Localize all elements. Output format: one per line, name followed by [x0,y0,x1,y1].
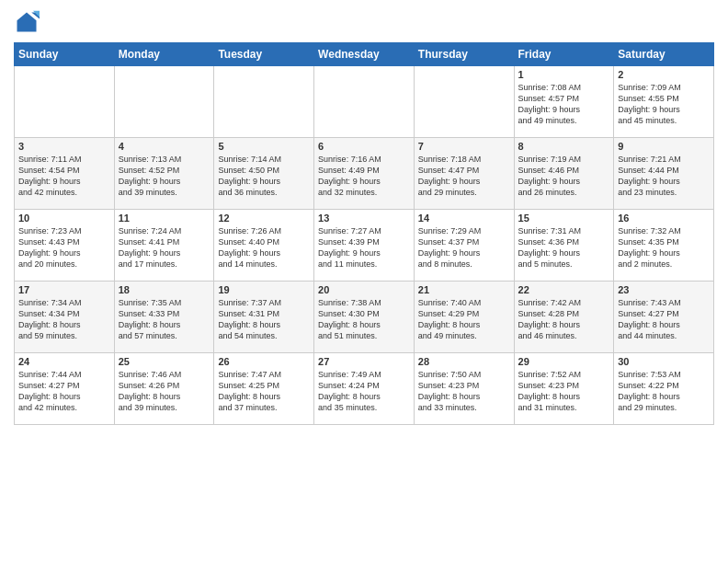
day-info: Sunrise: 7:49 AM Sunset: 4:24 PM Dayligh… [318,369,410,414]
day-number: 2 [618,69,710,80]
calendar-cell: 24Sunrise: 7:44 AM Sunset: 4:27 PM Dayli… [15,353,115,425]
day-number: 11 [119,213,210,224]
day-number: 27 [318,356,410,367]
day-number: 10 [18,213,110,224]
calendar-cell: 7Sunrise: 7:18 AM Sunset: 4:47 PM Daylig… [414,138,514,210]
calendar-cell: 18Sunrise: 7:35 AM Sunset: 4:33 PM Dayli… [114,282,214,353]
day-info: Sunrise: 7:29 AM Sunset: 4:37 PM Dayligh… [418,225,510,270]
calendar-cell: 20Sunrise: 7:38 AM Sunset: 4:30 PM Dayli… [314,282,415,353]
calendar-cell: 16Sunrise: 7:32 AM Sunset: 4:35 PM Dayli… [614,210,714,282]
day-info: Sunrise: 7:24 AM Sunset: 4:41 PM Dayligh… [119,225,210,270]
day-info: Sunrise: 7:50 AM Sunset: 4:23 PM Dayligh… [418,369,510,414]
calendar-cell: 6Sunrise: 7:16 AM Sunset: 4:49 PM Daylig… [314,138,415,210]
calendar-cell: 29Sunrise: 7:52 AM Sunset: 4:23 PM Dayli… [514,353,614,425]
calendar-cell: 17Sunrise: 7:34 AM Sunset: 4:34 PM Dayli… [15,282,115,353]
day-number: 21 [418,284,510,295]
day-number: 20 [318,284,410,295]
day-number: 6 [318,141,410,152]
calendar-cell: 11Sunrise: 7:24 AM Sunset: 4:41 PM Dayli… [114,210,214,282]
header [14,9,714,35]
day-info: Sunrise: 7:18 AM Sunset: 4:47 PM Dayligh… [418,154,510,199]
day-number: 3 [18,141,110,152]
day-number: 16 [618,213,710,224]
day-info: Sunrise: 7:32 AM Sunset: 4:35 PM Dayligh… [618,225,710,270]
day-number: 7 [418,141,510,152]
calendar-cell: 25Sunrise: 7:46 AM Sunset: 4:26 PM Dayli… [114,353,214,425]
day-number: 1 [518,69,610,80]
page: SundayMondayTuesdayWednesdayThursdayFrid… [0,0,728,563]
weekday-header-saturday: Saturday [614,43,714,66]
day-info: Sunrise: 7:31 AM Sunset: 4:36 PM Dayligh… [518,225,610,270]
day-number: 13 [318,213,410,224]
day-info: Sunrise: 7:11 AM Sunset: 4:54 PM Dayligh… [18,154,110,199]
day-number: 29 [518,356,610,367]
weekday-header-wednesday: Wednesday [314,43,415,66]
logo [14,9,43,35]
weekday-header-row: SundayMondayTuesdayWednesdayThursdayFrid… [15,43,714,66]
calendar: SundayMondayTuesdayWednesdayThursdayFrid… [14,42,714,425]
calendar-cell: 4Sunrise: 7:13 AM Sunset: 4:52 PM Daylig… [114,138,214,210]
day-number: 14 [418,213,510,224]
day-number: 4 [119,141,210,152]
day-number: 9 [618,141,710,152]
day-info: Sunrise: 7:46 AM Sunset: 4:26 PM Dayligh… [119,369,210,414]
calendar-cell: 14Sunrise: 7:29 AM Sunset: 4:37 PM Dayli… [414,210,514,282]
calendar-cell: 22Sunrise: 7:42 AM Sunset: 4:28 PM Dayli… [514,282,614,353]
day-info: Sunrise: 7:42 AM Sunset: 4:28 PM Dayligh… [518,297,610,342]
calendar-cell [414,66,514,138]
day-number: 8 [518,141,610,152]
calendar-cell [114,66,214,138]
day-info: Sunrise: 7:47 AM Sunset: 4:25 PM Dayligh… [218,369,310,414]
week-row-0: 1Sunrise: 7:08 AM Sunset: 4:57 PM Daylig… [15,66,714,138]
calendar-cell: 1Sunrise: 7:08 AM Sunset: 4:57 PM Daylig… [514,66,614,138]
svg-marker-0 [17,13,37,32]
week-row-2: 10Sunrise: 7:23 AM Sunset: 4:43 PM Dayli… [15,210,714,282]
day-number: 26 [218,356,310,367]
calendar-cell: 28Sunrise: 7:50 AM Sunset: 4:23 PM Dayli… [414,353,514,425]
day-number: 12 [218,213,310,224]
day-info: Sunrise: 7:14 AM Sunset: 4:50 PM Dayligh… [218,154,310,199]
day-info: Sunrise: 7:13 AM Sunset: 4:52 PM Dayligh… [119,154,210,199]
day-info: Sunrise: 7:21 AM Sunset: 4:44 PM Dayligh… [618,154,710,199]
calendar-cell: 26Sunrise: 7:47 AM Sunset: 4:25 PM Dayli… [214,353,314,425]
calendar-cell: 5Sunrise: 7:14 AM Sunset: 4:50 PM Daylig… [214,138,314,210]
day-number: 23 [618,284,710,295]
day-number: 18 [119,284,210,295]
weekday-header-thursday: Thursday [414,43,514,66]
day-number: 19 [218,284,310,295]
day-info: Sunrise: 7:43 AM Sunset: 4:27 PM Dayligh… [618,297,710,342]
calendar-cell: 13Sunrise: 7:27 AM Sunset: 4:39 PM Dayli… [314,210,415,282]
calendar-cell: 3Sunrise: 7:11 AM Sunset: 4:54 PM Daylig… [15,138,115,210]
day-info: Sunrise: 7:34 AM Sunset: 4:34 PM Dayligh… [18,297,110,342]
day-number: 22 [518,284,610,295]
calendar-cell: 23Sunrise: 7:43 AM Sunset: 4:27 PM Dayli… [614,282,714,353]
logo-icon [14,9,40,35]
calendar-cell: 30Sunrise: 7:53 AM Sunset: 4:22 PM Dayli… [614,353,714,425]
weekday-header-monday: Monday [114,43,214,66]
calendar-cell: 27Sunrise: 7:49 AM Sunset: 4:24 PM Dayli… [314,353,415,425]
day-info: Sunrise: 7:23 AM Sunset: 4:43 PM Dayligh… [18,225,110,270]
calendar-cell: 8Sunrise: 7:19 AM Sunset: 4:46 PM Daylig… [514,138,614,210]
calendar-cell: 12Sunrise: 7:26 AM Sunset: 4:40 PM Dayli… [214,210,314,282]
day-info: Sunrise: 7:08 AM Sunset: 4:57 PM Dayligh… [518,82,610,127]
day-info: Sunrise: 7:44 AM Sunset: 4:27 PM Dayligh… [18,369,110,414]
day-info: Sunrise: 7:19 AM Sunset: 4:46 PM Dayligh… [518,154,610,199]
weekday-header-sunday: Sunday [15,43,115,66]
day-info: Sunrise: 7:52 AM Sunset: 4:23 PM Dayligh… [518,369,610,414]
day-info: Sunrise: 7:40 AM Sunset: 4:29 PM Dayligh… [418,297,510,342]
day-info: Sunrise: 7:09 AM Sunset: 4:55 PM Dayligh… [618,82,710,127]
day-info: Sunrise: 7:16 AM Sunset: 4:49 PM Dayligh… [318,154,410,199]
calendar-cell [314,66,415,138]
day-number: 5 [218,141,310,152]
day-info: Sunrise: 7:38 AM Sunset: 4:30 PM Dayligh… [318,297,410,342]
day-info: Sunrise: 7:35 AM Sunset: 4:33 PM Dayligh… [119,297,210,342]
week-row-1: 3Sunrise: 7:11 AM Sunset: 4:54 PM Daylig… [15,138,714,210]
day-number: 28 [418,356,510,367]
day-info: Sunrise: 7:37 AM Sunset: 4:31 PM Dayligh… [218,297,310,342]
weekday-header-friday: Friday [514,43,614,66]
day-number: 15 [518,213,610,224]
calendar-cell: 10Sunrise: 7:23 AM Sunset: 4:43 PM Dayli… [15,210,115,282]
calendar-cell [15,66,115,138]
week-row-3: 17Sunrise: 7:34 AM Sunset: 4:34 PM Dayli… [15,282,714,353]
calendar-cell: 15Sunrise: 7:31 AM Sunset: 4:36 PM Dayli… [514,210,614,282]
